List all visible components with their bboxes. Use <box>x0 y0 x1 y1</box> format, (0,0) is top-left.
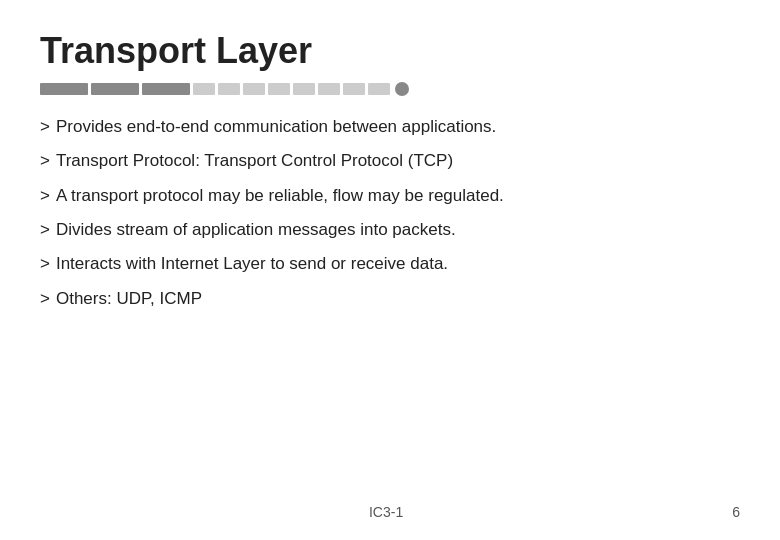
progress-segment-3 <box>142 83 190 95</box>
progress-segment-10 <box>343 83 365 95</box>
progress-segment-1 <box>40 83 88 95</box>
bullet-arrow-1: > <box>40 114 50 140</box>
bullet-text-3: A transport protocol may be reliable, fl… <box>56 183 740 209</box>
progress-dot <box>395 82 409 96</box>
list-item: > Divides stream of application messages… <box>40 217 740 243</box>
progress-segment-11 <box>368 83 390 95</box>
progress-segment-7 <box>268 83 290 95</box>
progress-segment-4 <box>193 83 215 95</box>
slide-footer: IC3-1 6 <box>0 504 780 520</box>
bullet-arrow-3: > <box>40 183 50 209</box>
progress-segment-6 <box>243 83 265 95</box>
bullet-text-2: Transport Protocol: Transport Control Pr… <box>56 148 740 174</box>
bullet-text-1: Provides end-to-end communication betwee… <box>56 114 740 140</box>
list-item: > Transport Protocol: Transport Control … <box>40 148 740 174</box>
footer-center: IC3-1 <box>369 504 403 520</box>
list-item: > Others: UDP, ICMP <box>40 286 740 312</box>
bullet-arrow-4: > <box>40 217 50 243</box>
slide: Transport Layer > Provides end-to-end co… <box>0 0 780 540</box>
progress-segment-2 <box>91 83 139 95</box>
footer-right: 6 <box>732 504 740 520</box>
progress-segment-5 <box>218 83 240 95</box>
progress-segment-8 <box>293 83 315 95</box>
bullet-arrow-2: > <box>40 148 50 174</box>
bullet-text-6: Others: UDP, ICMP <box>56 286 740 312</box>
content-area: > Provides end-to-end communication betw… <box>40 114 740 312</box>
progress-bar <box>40 82 740 96</box>
bullet-text-5: Interacts with Internet Layer to send or… <box>56 251 740 277</box>
slide-title: Transport Layer <box>40 30 740 72</box>
list-item: > Interacts with Internet Layer to send … <box>40 251 740 277</box>
list-item: > A transport protocol may be reliable, … <box>40 183 740 209</box>
bullet-arrow-6: > <box>40 286 50 312</box>
bullet-text-4: Divides stream of application messages i… <box>56 217 740 243</box>
bullet-arrow-5: > <box>40 251 50 277</box>
list-item: > Provides end-to-end communication betw… <box>40 114 740 140</box>
progress-segment-9 <box>318 83 340 95</box>
